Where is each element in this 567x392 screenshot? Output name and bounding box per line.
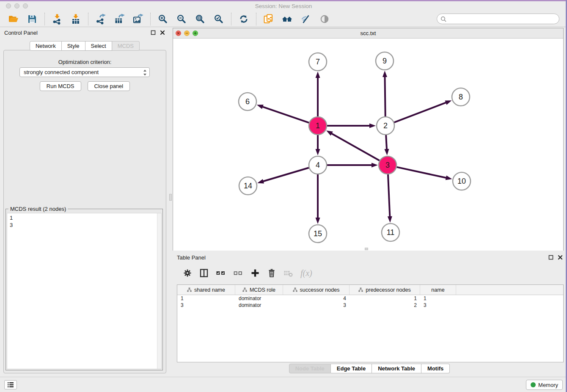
network-window-title: scc.txt xyxy=(173,30,563,36)
gear-icon xyxy=(183,268,192,278)
graph-edge-1-6[interactable] xyxy=(261,106,309,122)
homes-button[interactable] xyxy=(282,14,293,25)
graph-edge-3-1[interactable] xyxy=(330,133,379,160)
table-cell[interactable]: 4 xyxy=(283,295,350,302)
search-input[interactable] xyxy=(449,16,556,22)
mcds-result-line: 3 xyxy=(10,221,161,229)
column-header-name[interactable]: name xyxy=(420,285,456,295)
table-cell[interactable]: 3 xyxy=(420,302,456,309)
network-window: scc.txt 7968124314101511 xyxy=(173,28,564,251)
splitter-grip[interactable] xyxy=(169,194,172,201)
floppy-disk-icon xyxy=(27,14,38,25)
float-panel-icon[interactable] xyxy=(151,30,156,35)
table-cell[interactable]: 1 xyxy=(177,295,235,302)
export-image-button[interactable] xyxy=(132,14,143,25)
save-session-button[interactable] xyxy=(27,14,38,25)
mcds-result-box: MCDS result (2 nodes) 13 xyxy=(6,209,163,370)
export-network-button[interactable] xyxy=(95,14,106,25)
copy-network-button[interactable] xyxy=(263,14,274,25)
column-header-successor-nodes[interactable]: successor nodes xyxy=(283,285,350,295)
table-tab-edge-table[interactable]: Edge Table xyxy=(331,364,372,373)
column-sort-icon xyxy=(358,287,363,292)
node-table: shared nameMCDS rolesuccessor nodesprede… xyxy=(177,284,564,362)
graph-node-label: 14 xyxy=(244,182,252,190)
export-network-icon xyxy=(95,14,106,25)
delete-table-button[interactable] xyxy=(284,268,293,278)
tab-network[interactable]: Network xyxy=(30,41,62,51)
criterion-select[interactable]: strongly connected component xyxy=(19,67,150,77)
import-network-button[interactable] xyxy=(52,14,63,25)
table-cell[interactable]: 3 xyxy=(283,302,350,309)
column-view-button[interactable] xyxy=(199,268,209,278)
graph-node-label: 15 xyxy=(314,229,322,238)
table-tab-motifs[interactable]: Motifs xyxy=(421,364,450,373)
graph-node-label: 4 xyxy=(316,161,320,169)
export-image-icon xyxy=(132,14,143,25)
graph-edge-2-3[interactable] xyxy=(386,135,387,150)
list-icon xyxy=(7,382,14,388)
zoom-fit-button[interactable] xyxy=(195,14,206,25)
column-header-predecessor-nodes[interactable]: predecessor nodes xyxy=(350,285,420,295)
graph-edge-arrowhead xyxy=(445,100,452,105)
export-table-icon xyxy=(114,14,125,25)
add-column-button[interactable] xyxy=(250,268,260,278)
graph-edge-arrowhead xyxy=(384,149,389,155)
table-cell[interactable]: dominator xyxy=(235,295,283,302)
select-all-columns-button[interactable] xyxy=(216,268,226,278)
export-table-button[interactable] xyxy=(114,14,125,25)
toolbar-separator xyxy=(44,13,45,25)
table-cell[interactable]: 1 xyxy=(350,295,420,302)
close-panel-icon[interactable] xyxy=(558,255,563,260)
network-canvas[interactable]: 7968124314101511 xyxy=(173,39,563,251)
table-cell[interactable]: 2 xyxy=(350,302,420,309)
unselect-all-columns-button[interactable] xyxy=(233,268,243,278)
graph-edge-arrowhead xyxy=(316,149,320,155)
graph-edge-2-8[interactable] xyxy=(394,102,447,122)
run-mcds-button[interactable]: Run MCDS xyxy=(40,81,81,91)
table-cell[interactable]: 3 xyxy=(177,302,235,309)
table-cell[interactable]: dominator xyxy=(235,302,283,309)
delete-column-button[interactable] xyxy=(267,268,276,278)
graph-node-label: 6 xyxy=(245,97,250,106)
mcds-result-title: MCDS result (2 nodes) xyxy=(8,206,68,212)
column-header-shared-name[interactable]: shared name xyxy=(177,285,235,295)
network-resize-handle[interactable] xyxy=(365,248,368,250)
hide-graphics-details-button[interactable] xyxy=(300,14,311,25)
tab-style[interactable]: Style xyxy=(62,41,85,51)
table-tab-node-table[interactable]: Node Table xyxy=(289,364,331,373)
graph-edge-arrowhead xyxy=(326,130,333,135)
open-file-button[interactable] xyxy=(8,14,19,25)
table-tab-network-table[interactable]: Network Table xyxy=(372,364,421,373)
graph-node-label: 1 xyxy=(316,121,320,130)
import-table-button[interactable] xyxy=(70,14,81,25)
apply-function-button[interactable]: f(x) xyxy=(300,268,312,278)
refresh-view-button[interactable] xyxy=(238,14,249,25)
graph-edge-3-10[interactable] xyxy=(396,167,447,178)
tab-mcds[interactable]: MCDS xyxy=(112,41,140,51)
tab-select[interactable]: Select xyxy=(85,41,112,51)
graph-edge-3-11[interactable] xyxy=(388,174,390,218)
table-row[interactable]: 3dominator323 xyxy=(177,302,563,309)
close-panel-icon[interactable] xyxy=(160,30,165,35)
zoom-in-button[interactable] xyxy=(157,14,168,25)
graph-node-label: 10 xyxy=(457,177,466,185)
show-graphics-details-button[interactable] xyxy=(319,14,330,25)
float-panel-icon[interactable] xyxy=(548,255,553,260)
result-scrollbar[interactable] xyxy=(157,213,161,369)
table-cell[interactable]: 1 xyxy=(420,295,456,302)
zoom-out-icon xyxy=(176,14,187,25)
zoom-out-button[interactable] xyxy=(176,14,187,25)
select-stepper-icon xyxy=(143,69,147,76)
column-header-mcds-role[interactable]: MCDS role xyxy=(235,285,283,295)
zoom-selected-button[interactable] xyxy=(213,14,224,25)
graph-edge-4-14[interactable] xyxy=(262,168,309,182)
table-row[interactable]: 1dominator411 xyxy=(177,295,563,302)
task-history-button[interactable] xyxy=(4,380,17,389)
network-window-titlebar: scc.txt xyxy=(173,28,563,39)
column-sort-icon xyxy=(293,287,297,292)
close-panel-button[interactable]: Close panel xyxy=(88,81,130,91)
graph-edge-2-9[interactable] xyxy=(385,76,385,116)
table-settings-button[interactable] xyxy=(183,268,192,278)
memory-button[interactable]: Memory xyxy=(526,380,563,390)
network-graph[interactable]: 7968124314101511 xyxy=(173,39,563,251)
